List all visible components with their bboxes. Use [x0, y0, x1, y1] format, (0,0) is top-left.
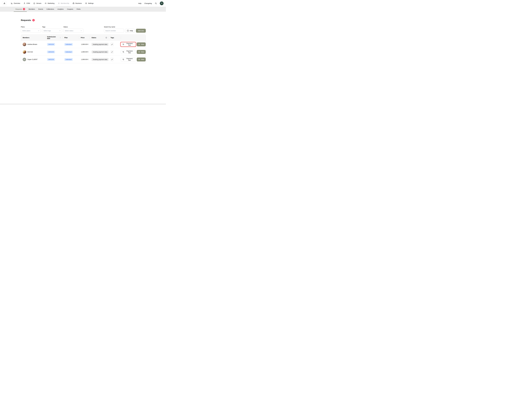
- view-button[interactable]: View: [137, 50, 146, 54]
- help-button[interactable]: ? Help: [125, 29, 135, 33]
- avatar: [23, 43, 26, 46]
- nav-label: Marketing: [48, 2, 54, 4]
- status-select[interactable]: Select status: [63, 29, 84, 33]
- payment-link-button[interactable]: Payment link: [121, 50, 136, 54]
- price-cell: 1,000.00 €: [79, 51, 90, 53]
- member-name: test test: [27, 51, 33, 53]
- tab-label: Perks: [77, 8, 81, 10]
- payment-link-label: Payment link: [125, 43, 134, 46]
- chevron-down-icon: [59, 30, 61, 32]
- tab-label: Requests: [15, 8, 22, 10]
- changelog-link[interactable]: Changelog: [144, 2, 152, 4]
- edit-tags-button[interactable]: [110, 43, 114, 46]
- view-label: View: [141, 51, 144, 53]
- nav-item-marketing[interactable]: Marketing: [43, 0, 56, 7]
- payment-link-button[interactable]: Payment link: [121, 58, 136, 61]
- search-by-name: Search by name: [104, 26, 124, 33]
- col-submission-date[interactable]: Submission date: [45, 35, 63, 41]
- nav-item-crm[interactable]: CRM: [22, 0, 32, 7]
- nav-label: Business: [75, 2, 82, 4]
- status-chip: Awaiting payment data: [92, 43, 109, 46]
- actions-cell: Payment link View: [121, 42, 146, 46]
- bar-chart-icon: [11, 2, 13, 4]
- eye-icon: [138, 58, 140, 60]
- nav-item-business[interactable]: Business: [71, 0, 84, 7]
- col-actions: [121, 35, 146, 41]
- pencil-icon: [111, 59, 113, 60]
- nav-item-overview[interactable]: Overview: [9, 0, 22, 7]
- tab-coupons[interactable]: Coupons: [65, 7, 75, 12]
- tab-analytics[interactable]: Analytics: [56, 7, 65, 12]
- help-button-label: Help: [130, 30, 133, 32]
- plan-cell: Individuel: [63, 43, 79, 46]
- tags-cell: [109, 43, 121, 46]
- view-button[interactable]: View: [137, 42, 146, 46]
- table-row: test test 16/02/26 Individuel 1,000.00 €…: [21, 48, 146, 56]
- col-price: Price: [79, 35, 90, 41]
- gear-icon: [85, 2, 87, 4]
- price-cell: 1,000.00 €: [79, 58, 90, 60]
- plans-label: Plans: [21, 26, 41, 28]
- avatar: SC: [23, 58, 26, 61]
- tab-perks[interactable]: Perks: [75, 7, 82, 12]
- page-title: Requests: [21, 19, 31, 22]
- tags-select-placeholder: Select tags: [44, 30, 51, 32]
- actions-cell: Payment link View: [121, 50, 146, 54]
- question-circle-icon: ?: [127, 30, 129, 32]
- requests-count-badge: 3: [23, 8, 25, 10]
- tab-label: Coupons: [67, 8, 73, 10]
- status-chip: Awaiting payment data: [92, 58, 109, 61]
- plan-cell: Individuel: [63, 51, 79, 53]
- status-filter: Status Select status: [63, 26, 84, 33]
- tab-members[interactable]: Members: [27, 7, 36, 12]
- price-cell: 1,000.00 €: [79, 44, 90, 45]
- chevron-down-icon: [80, 30, 82, 32]
- col-tags: Tags: [109, 35, 121, 41]
- tab-label: Members: [28, 8, 35, 10]
- eye-icon: [138, 51, 140, 53]
- tab-events[interactable]: Events: [37, 7, 45, 12]
- main-nav: Overview CRM Venues Marketing Membership: [9, 0, 95, 7]
- search-member-input[interactable]: [104, 29, 124, 33]
- payment-link-button[interactable]: Payment link: [121, 42, 136, 46]
- member-cell: Andrea Brown: [21, 43, 45, 46]
- submission-date-cell: 16/02/26: [45, 51, 63, 53]
- tab-label: Analytics: [58, 8, 64, 10]
- status-chip: Awaiting payment data: [92, 50, 109, 53]
- plan-chip: Individuel: [64, 43, 73, 46]
- page-title-row: Requests 3: [21, 19, 146, 22]
- view-button[interactable]: View: [137, 58, 146, 61]
- briefcase-icon: [73, 2, 74, 4]
- avatar: [23, 50, 26, 54]
- nav-item-membership[interactable]: Membership: [56, 0, 71, 7]
- nav-item-settings[interactable]: Settings: [84, 0, 95, 7]
- tab-requests[interactable]: Requests 3: [14, 7, 27, 12]
- member-name: Super CLIENT: [27, 58, 37, 60]
- add-new-button[interactable]: Add new: [136, 29, 146, 33]
- edit-tags-button[interactable]: [110, 58, 114, 61]
- pencil-icon: [111, 44, 113, 45]
- view-label: View: [141, 58, 144, 60]
- pencil-icon: [111, 51, 113, 53]
- plans-select[interactable]: Select plans: [21, 29, 41, 33]
- payment-link-label: Payment link: [125, 50, 134, 54]
- date-chip: 16/02/26: [47, 58, 55, 61]
- tags-select[interactable]: Select tags: [42, 29, 62, 33]
- search-icon[interactable]: [155, 2, 157, 4]
- user-avatar[interactable]: TT: [160, 1, 164, 5]
- app-logo[interactable]: [2, 1, 7, 6]
- section-tabbar: Requests 3 Members Events Collections An…: [0, 7, 166, 12]
- nav-item-venues[interactable]: Venues: [32, 0, 43, 7]
- nav-label: CRM: [26, 2, 30, 4]
- member-cell: SC Super CLIENT: [21, 58, 45, 61]
- info-icon[interactable]: [105, 37, 107, 38]
- sort-icon[interactable]: [60, 37, 61, 38]
- help-link[interactable]: Help: [138, 2, 141, 4]
- nav-label: Membership: [61, 2, 69, 4]
- status-cell: Awaiting payment data: [90, 50, 109, 53]
- edit-tags-button[interactable]: [110, 50, 114, 53]
- tab-collections[interactable]: Collections: [45, 7, 56, 12]
- search-label: Search by name: [104, 26, 124, 28]
- plans-filter: Plans Select plans: [21, 26, 41, 33]
- main-content: Requests 3 Plans Select plans Tags Selec…: [21, 12, 146, 63]
